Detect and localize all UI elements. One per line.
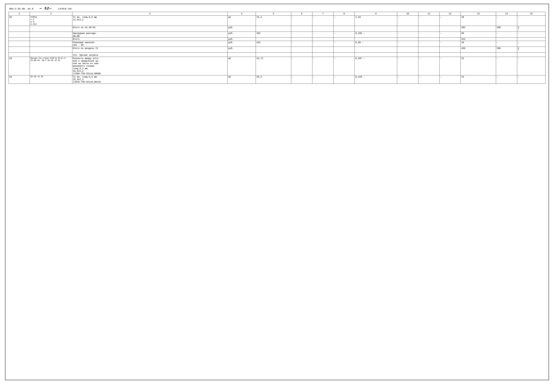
row-col13: I3 [461, 75, 496, 84]
col-header-12: 12 [439, 12, 461, 16]
col-header-2: 2 [30, 12, 72, 16]
row-col9: I,84 [355, 16, 397, 26]
doc-number: 903–2–35.90. Ал.6 [9, 7, 33, 10]
row-col8: – [333, 41, 355, 47]
row-col9: 0,08 – [355, 41, 397, 47]
table-row: Итого руб. 422 [9, 38, 546, 41]
row-col11: – [418, 16, 439, 26]
row-col12: – [439, 75, 461, 84]
col-header-11: 11 [418, 12, 439, 16]
col-header-10: 10 [397, 12, 418, 16]
row-col6 [291, 38, 312, 41]
row-col7: – [312, 57, 333, 75]
row-col15: – [517, 75, 546, 84]
row-col7 [312, 53, 333, 57]
row-col5 [256, 47, 291, 53]
row-col9: 0,I65 – [355, 32, 397, 38]
row-col12: – [439, 57, 461, 75]
row-col15: – [517, 16, 546, 26]
row-unit: руб. [228, 41, 256, 47]
row-col5 [256, 53, 291, 57]
row-num: 62 [9, 16, 30, 26]
table-row: Итого по разделу II руб. 456 I00 I– [9, 47, 546, 53]
table-row: III. Прочие затраты [9, 53, 546, 57]
row-col9 [355, 38, 397, 41]
row-ref [30, 32, 72, 38]
desc-sub2: (I360–750–20)х0,00086 [73, 72, 101, 75]
row-ref [30, 47, 72, 53]
row-ref [30, 53, 72, 57]
doc-code: 24968–06 [58, 7, 72, 10]
row-desc: То же, толщ.0,5 мм 25,3хI,2 (I070–750–20… [72, 75, 228, 84]
desc-line2: I2,8хI,2 [73, 19, 83, 21]
column-header-row: 1 2 3 4 5 6 7 8 9 10 11 12 13 14 15 [9, 12, 546, 16]
row-col6 [291, 53, 312, 57]
row-col14: – [496, 57, 517, 75]
row-num [9, 26, 30, 32]
row-col7 [312, 47, 333, 53]
row-col14: – [496, 41, 517, 47]
row-col9 [355, 47, 397, 53]
row-col14: – [496, 32, 517, 38]
row-col6: – [291, 41, 312, 47]
page-header: 903–2–35.90. Ал.6 — 52— 24968–06 [8, 7, 546, 11]
row-col11: – [418, 32, 439, 38]
row-col12: – [439, 41, 461, 47]
row-col10 [397, 53, 418, 57]
row-unit: руб. [228, 38, 256, 41]
row-col7: – [312, 32, 333, 38]
row-col11 [418, 26, 439, 32]
row-col6: – [291, 32, 312, 38]
row-unit: руб. [228, 26, 256, 32]
row-col14 [496, 53, 517, 57]
desc-line1: То же, толщ.0,8 мм [73, 16, 97, 19]
row-col13 [461, 53, 496, 57]
row-col9: 0,429 – [355, 75, 397, 84]
row-col12 [439, 26, 461, 32]
row-col7 [312, 38, 333, 41]
row-col5: 362 [256, 32, 291, 38]
row-unit: м2 [228, 75, 256, 84]
col-header-3: 3 [72, 12, 228, 16]
row-col13: 362 [461, 26, 496, 32]
row-col7: – [312, 75, 333, 84]
row-col14 [496, 38, 517, 41]
row-col5: I5,4 [256, 16, 291, 26]
row-col5 [256, 38, 291, 41]
row-desc: Итого по разделу II [72, 47, 228, 53]
row-num: 64 [9, 75, 30, 84]
row-col14: I00 [496, 47, 517, 53]
row-col14: – [496, 75, 517, 84]
row-num [9, 32, 30, 38]
row-col11 [418, 53, 439, 57]
row-col7: – [312, 16, 333, 26]
row-desc: Плановые накопле–ния – 8% [72, 41, 228, 47]
desc-sub2: (I070–750–20)х0,00I43 [73, 81, 101, 83]
row-col6 [291, 26, 312, 32]
row-ref: Письмо Гос–строя СССР № 63–Д от I5.08.83… [30, 57, 72, 75]
row-col10: – [397, 75, 418, 84]
row-col6: – [291, 57, 312, 75]
row-col9 [355, 53, 397, 57]
main-table: 1 2 3 4 5 6 7 8 9 10 11 12 13 14 15 62 С [8, 12, 546, 84]
row-num: 63 [9, 57, 30, 75]
col-header-14: 14 [496, 12, 517, 16]
row-desc: Итого по пп.48–62 [72, 26, 228, 32]
row-num [9, 41, 30, 47]
row-col11 [418, 47, 439, 53]
row-col8: – [333, 75, 355, 84]
table-row: Плановые накопле–ния – 8% руб. 422 – – –… [9, 41, 546, 47]
row-ref: 02–I0 тб.I6 [30, 75, 72, 84]
row-col10: – [397, 32, 418, 38]
row-col8: – [333, 57, 355, 75]
col-header-4: 4 [228, 12, 256, 16]
col-header-9: 9 [355, 12, 397, 16]
row-col8 [333, 26, 355, 32]
page-number: — 52— [40, 7, 52, 11]
row-col8 [333, 47, 355, 53]
col-header-7: 7 [312, 12, 333, 16]
table-row: 63 Письмо Гос–строя СССР № 63–Д от I5.08… [9, 57, 546, 75]
table-row: Накладные расходы–I6,5% руб. 362 – – – 0… [9, 32, 546, 38]
desc-sub1: 25,3хI,2 [73, 78, 83, 81]
row-col10: – [397, 16, 418, 26]
